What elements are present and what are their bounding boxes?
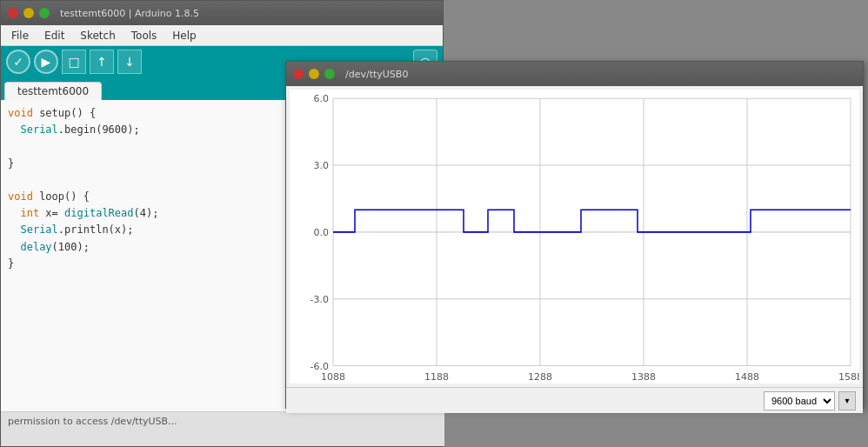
arduino-status-bar: permission to access /dev/ttyUSB... (1, 411, 444, 446)
close-btn[interactable] (8, 8, 18, 18)
minimize-btn[interactable] (23, 8, 34, 18)
svg-text:3.0: 3.0 (314, 160, 329, 171)
serial-plotter-window: /dev/ttyUSB0 (285, 61, 864, 409)
plotter-footer: 9600 baud ▾ (286, 387, 863, 413)
arduino-titlebar: testtemt6000 | Arduino 1.8.5 (1, 1, 443, 25)
open-button[interactable]: ↑ (90, 50, 114, 74)
plotter-maximize-btn[interactable] (324, 69, 335, 79)
arduino-menubar: File Edit Sketch Tools Help (1, 25, 443, 46)
save-button[interactable]: ↓ (117, 50, 142, 74)
plotter-chart-svg: 6.0 3.0 0.0 -3.0 -6.0 1088 1188 1288 138… (290, 90, 859, 384)
maximize-btn[interactable] (39, 8, 50, 18)
verify-button[interactable]: ✓ (6, 50, 30, 74)
svg-text:1588: 1588 (838, 371, 859, 383)
svg-text:6.0: 6.0 (314, 93, 329, 104)
active-tab[interactable]: testtemt6000 (4, 82, 102, 100)
svg-rect-0 (290, 90, 859, 384)
plotter-titlebar: /dev/ttyUSB0 (286, 62, 863, 86)
svg-text:1188: 1188 (424, 371, 449, 383)
upload-button[interactable]: ▶ (34, 50, 58, 74)
status-text: permission to access /dev/ttyUSB... (8, 416, 177, 427)
baud-dropdown-button[interactable]: ▾ (838, 391, 856, 410)
menu-tools[interactable]: Tools (124, 28, 164, 43)
svg-text:-6.0: -6.0 (310, 360, 329, 371)
svg-text:0.0: 0.0 (314, 227, 329, 238)
svg-text:1488: 1488 (735, 371, 759, 383)
new-button[interactable]: □ (62, 50, 86, 74)
baud-rate-select[interactable]: 9600 baud (764, 391, 835, 410)
plotter-chart-area: 6.0 3.0 0.0 -3.0 -6.0 1088 1188 1288 138… (290, 90, 859, 384)
plotter-title: /dev/ttyUSB0 (345, 69, 408, 80)
svg-text:-3.0: -3.0 (310, 294, 329, 305)
arduino-title: testtemt6000 | Arduino 1.8.5 (60, 8, 199, 19)
svg-text:1088: 1088 (321, 371, 345, 383)
plotter-minimize-btn[interactable] (309, 69, 319, 79)
menu-help[interactable]: Help (165, 28, 203, 43)
menu-file[interactable]: File (4, 28, 36, 43)
svg-text:1288: 1288 (528, 371, 552, 383)
menu-sketch[interactable]: Sketch (73, 28, 122, 43)
plotter-close-btn[interactable] (293, 69, 304, 79)
menu-edit[interactable]: Edit (37, 28, 71, 43)
svg-text:1388: 1388 (631, 371, 656, 383)
